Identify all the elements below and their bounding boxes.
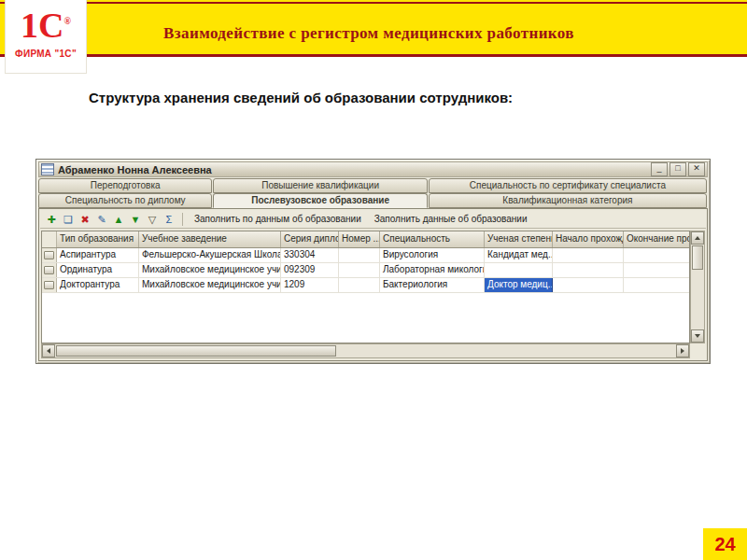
table-cell[interactable]: [553, 248, 624, 262]
add-icon[interactable]: ✚: [44, 212, 59, 227]
window-title: Абраменко Нонна Алексеевна: [58, 164, 649, 175]
table-cell[interactable]: Михайловское медицинское учили...: [139, 263, 281, 277]
row-marker-icon[interactable]: [42, 278, 57, 292]
table-cell[interactable]: Ординатура: [57, 263, 139, 277]
row-marker-icon[interactable]: [42, 263, 57, 277]
window-titlebar[interactable]: Абраменко Нонна Алексеевна _ □ ✕: [38, 161, 708, 177]
table-cell[interactable]: [339, 278, 380, 292]
table-toolbar: ✚ ❏ ✖ ✎ ▲ ▼ ▽ Σ Заполнить по данным об о…: [40, 210, 706, 229]
tab-panel: ✚ ❏ ✖ ✎ ▲ ▼ ▽ Σ Заполнить по данным об о…: [38, 208, 708, 361]
tab-poslevuzovskoe-obrazovanie[interactable]: Послевузовское образование: [213, 193, 427, 208]
table-cell[interactable]: [624, 248, 689, 262]
column-header-diploma-number[interactable]: Номер ...: [339, 231, 380, 247]
tab-perepodgotovka[interactable]: Переподготовка: [38, 178, 212, 193]
copy-icon[interactable]: ❏: [61, 212, 76, 227]
scroll-left-button[interactable]: [42, 344, 55, 357]
close-button[interactable]: ✕: [688, 162, 705, 176]
horizontal-scrollbar[interactable]: [41, 343, 690, 358]
maximize-button[interactable]: □: [669, 162, 686, 176]
slide-header: Взаимодействие с регистром медицинских р…: [0, 0, 747, 57]
slide-subtitle: Структура хранения сведений об образован…: [89, 90, 513, 105]
filter-icon[interactable]: ▽: [145, 212, 160, 227]
column-header-degree[interactable]: Ученая степень: [485, 231, 553, 247]
table-cell[interactable]: Михайловское медицинское учили...: [139, 278, 281, 292]
header-top-line: [0, 2, 747, 4]
app-window: Абраменко Нонна Алексеевна _ □ ✕ Перепод…: [35, 159, 711, 364]
tab-specialnost-po-diplomu[interactable]: Специальность по диплому: [38, 193, 212, 208]
logo-text: 1С: [21, 6, 63, 45]
table-cell[interactable]: [485, 263, 553, 277]
table-row[interactable]: Ординатура Михайловское медицинское учил…: [42, 263, 689, 278]
table-row[interactable]: Докторантура Михайловское медицинское уч…: [42, 278, 689, 293]
tabs-row-2: Специальность по диплому Послевузовское …: [38, 193, 708, 208]
scroll-down-button[interactable]: [691, 329, 704, 343]
move-down-icon[interactable]: ▼: [128, 212, 143, 227]
fill-from-education-button[interactable]: Заполнить по данным об образовании: [194, 214, 361, 224]
sum-icon[interactable]: Σ: [162, 212, 176, 227]
table-cell[interactable]: [553, 278, 624, 292]
tab-kvalifikacionnaya-kategoriya[interactable]: Квалификационная категория: [429, 193, 707, 208]
table-cell[interactable]: Бактериология: [380, 278, 485, 292]
minimize-button[interactable]: _: [651, 162, 668, 176]
table-cell[interactable]: [553, 263, 624, 277]
table-cell[interactable]: 1209: [281, 278, 339, 292]
move-up-icon[interactable]: ▲: [111, 212, 126, 227]
table-row[interactable]: Аспирантура Фельшерско-Акушерская Школа …: [42, 248, 689, 263]
tab-povyshenie-kvalifikacii[interactable]: Повышение квалификации: [213, 178, 427, 193]
scroll-right-button[interactable]: [676, 344, 689, 357]
table-cell[interactable]: 092309: [281, 263, 339, 277]
column-header-diploma-series[interactable]: Серия диплома: [281, 231, 339, 247]
scroll-up-button[interactable]: [691, 231, 704, 245]
tabs-row-1: Переподготовка Повышение квалификации Сп…: [38, 178, 708, 193]
marker-column-header: [42, 231, 57, 247]
company-logo: 1С® ФИРМА "1С": [5, 0, 87, 74]
table-area: Тип образования Учебное заведение Серия …: [41, 231, 705, 358]
tab-specialnost-po-sertifikatu[interactable]: Специальность по сертификату специалиста: [429, 178, 707, 193]
delete-icon[interactable]: ✖: [78, 212, 92, 227]
page-number: 24: [703, 528, 747, 560]
column-header-institution[interactable]: Учебное заведение: [139, 231, 281, 247]
table-cell[interactable]: [624, 263, 689, 277]
vertical-scroll-thumb[interactable]: [692, 245, 703, 270]
row-marker-icon[interactable]: [42, 248, 57, 262]
column-header-start[interactable]: Начало прохожд...: [553, 231, 624, 247]
vertical-scrollbar[interactable]: [690, 231, 705, 343]
table-cell[interactable]: Аспирантура: [57, 248, 139, 262]
logo-1c-mark: 1С®: [6, 0, 86, 47]
table-cell[interactable]: Фельшерско-Акушерская Школа г...: [139, 248, 281, 262]
table-cell[interactable]: 330304: [281, 248, 339, 262]
registered-mark-icon: ®: [63, 16, 70, 26]
table-cell[interactable]: Докторантура: [57, 278, 139, 292]
window-icon: [41, 163, 54, 175]
column-header-education-type[interactable]: Тип образования: [57, 231, 139, 247]
edit-icon[interactable]: ✎: [94, 212, 109, 227]
education-table: Тип образования Учебное заведение Серия …: [41, 231, 690, 343]
table-cell[interactable]: [339, 248, 380, 262]
table-cell[interactable]: Вирусология: [380, 248, 485, 262]
fill-education-data-button[interactable]: Заполнить данные об образовании: [374, 214, 528, 224]
column-header-end[interactable]: Окончание прохож...: [624, 231, 689, 247]
table-cell[interactable]: [624, 278, 689, 292]
slide-title: Взаимодействие с регистром медицинских р…: [84, 24, 654, 43]
table-cell[interactable]: Кандидат мед...: [485, 248, 553, 262]
selected-cell-degree[interactable]: Доктор медиц...: [485, 278, 553, 292]
column-header-specialty[interactable]: Специальность: [380, 231, 485, 247]
slide: Взаимодействие с регистром медицинских р…: [0, 0, 747, 560]
logo-caption: ФИРМА "1С": [6, 49, 86, 59]
horizontal-scroll-thumb[interactable]: [56, 345, 336, 357]
table-header-row: Тип образования Учебное заведение Серия …: [42, 231, 689, 248]
toolbar-separator: [182, 213, 183, 226]
table-cell[interactable]: Лабораторная микология: [380, 263, 485, 277]
table-cell[interactable]: [339, 263, 380, 277]
